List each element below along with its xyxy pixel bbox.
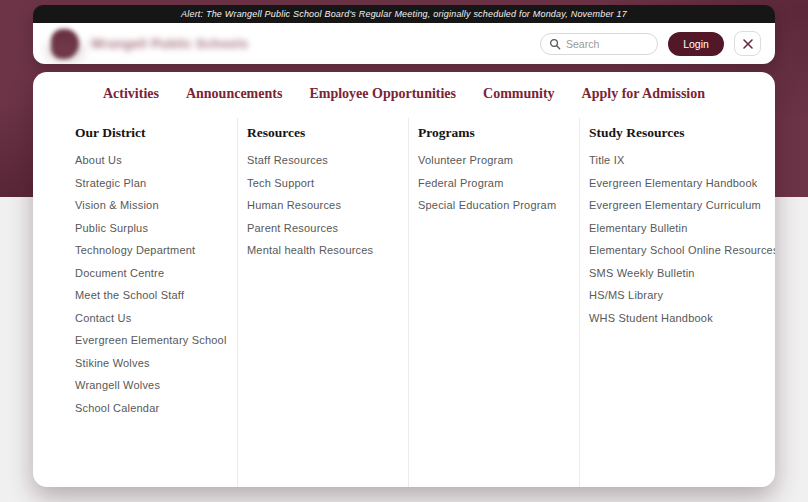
menu-item-elementary-school-online-resources[interactable]: Elementary School Online Resources (589, 244, 769, 256)
nav-item-announcements[interactable]: Announcements (186, 85, 282, 102)
menu-item-wrangell-wolves[interactable]: Wrangell Wolves (75, 379, 231, 391)
menu-item-federal-program[interactable]: Federal Program (418, 177, 573, 189)
menu-item-vision-mission[interactable]: Vision & Mission (75, 199, 231, 211)
site-logo[interactable]: Wrangell Public Schools (51, 29, 540, 59)
menu-item-school-calendar[interactable]: School Calendar (75, 402, 231, 414)
menu-item-mental-health-resources[interactable]: Mental health Resources (247, 244, 402, 256)
menu-item-tech-support[interactable]: Tech Support (247, 177, 402, 189)
menu-item-meet-the-school-staff[interactable]: Meet the School Staff (75, 289, 231, 301)
menu-column-study-resources: Study Resources Title IX Evergreen Eleme… (579, 118, 775, 487)
search-input[interactable] (566, 38, 649, 50)
menu-item-whs-student-handbook[interactable]: WHS Student Handbook (589, 312, 769, 324)
menu-column-programs: Programs Volunteer Program Federal Progr… (408, 118, 579, 487)
menu-item-stikine-wolves[interactable]: Stikine Wolves (75, 357, 231, 369)
menu-item-document-centre[interactable]: Document Centre (75, 267, 231, 279)
alert-bar: Alert: The Wrangell Public School Board'… (33, 5, 775, 23)
mega-menu-panel: Activities Announcements Employee Opport… (33, 72, 775, 487)
menu-item-sms-weekly-bulletin[interactable]: SMS Weekly Bulletin (589, 267, 769, 279)
menu-item-elementary-bulletin[interactable]: Elementary Bulletin (589, 222, 769, 234)
mega-menu-columns: Our District About Us Strategic Plan Vis… (33, 118, 775, 487)
menu-item-strategic-plan[interactable]: Strategic Plan (75, 177, 231, 189)
search-box[interactable] (540, 33, 658, 55)
header-card: Alert: The Wrangell Public School Board'… (33, 5, 775, 64)
menu-item-evergreen-elementary-school[interactable]: Evergreen Elementary School (75, 334, 231, 346)
menu-item-hs-ms-library[interactable]: HS/MS Library (589, 289, 769, 301)
menu-column-resources: Resources Staff Resources Tech Support H… (237, 118, 408, 487)
column-title: Programs (418, 124, 573, 141)
close-icon (742, 38, 754, 50)
search-icon (549, 38, 561, 50)
header-actions: Login (540, 31, 761, 56)
menu-item-special-education-program[interactable]: Special Education Program (418, 199, 573, 211)
nav-item-community[interactable]: Community (483, 85, 555, 102)
site-header: Wrangell Public Schools Login (33, 23, 775, 64)
menu-item-about-us[interactable]: About Us (75, 154, 231, 166)
menu-item-staff-resources[interactable]: Staff Resources (247, 154, 402, 166)
close-menu-button[interactable] (734, 31, 761, 56)
menu-item-evergreen-elementary-curriculum[interactable]: Evergreen Elementary Curriculum (589, 199, 769, 211)
menu-item-evergreen-elementary-handbook[interactable]: Evergreen Elementary Handbook (589, 177, 769, 189)
menu-column-our-district: Our District About Us Strategic Plan Vis… (33, 118, 237, 487)
login-button[interactable]: Login (668, 32, 724, 56)
primary-nav: Activities Announcements Employee Opport… (33, 72, 775, 102)
menu-item-public-surplus[interactable]: Public Surplus (75, 222, 231, 234)
menu-item-volunteer-program[interactable]: Volunteer Program (418, 154, 573, 166)
site-logo-text: Wrangell Public Schools (91, 37, 248, 51)
column-title: Study Resources (589, 124, 769, 141)
column-title: Our District (75, 124, 231, 141)
page: Alert: The Wrangell Public School Board'… (0, 0, 808, 502)
menu-item-parent-resources[interactable]: Parent Resources (247, 222, 402, 234)
menu-item-contact-us[interactable]: Contact Us (75, 312, 231, 324)
nav-item-activities[interactable]: Activities (103, 85, 159, 102)
nav-item-employee-opportunities[interactable]: Employee Opportunities (309, 85, 456, 102)
menu-item-technology-department[interactable]: Technology Department (75, 244, 231, 256)
column-title: Resources (247, 124, 402, 141)
school-logo-icon (51, 29, 79, 59)
nav-item-apply-for-admission[interactable]: Apply for Admission (582, 85, 705, 102)
menu-item-title-ix[interactable]: Title IX (589, 154, 769, 166)
alert-text: Alert: The Wrangell Public School Board'… (181, 9, 627, 19)
menu-item-human-resources[interactable]: Human Resources (247, 199, 402, 211)
